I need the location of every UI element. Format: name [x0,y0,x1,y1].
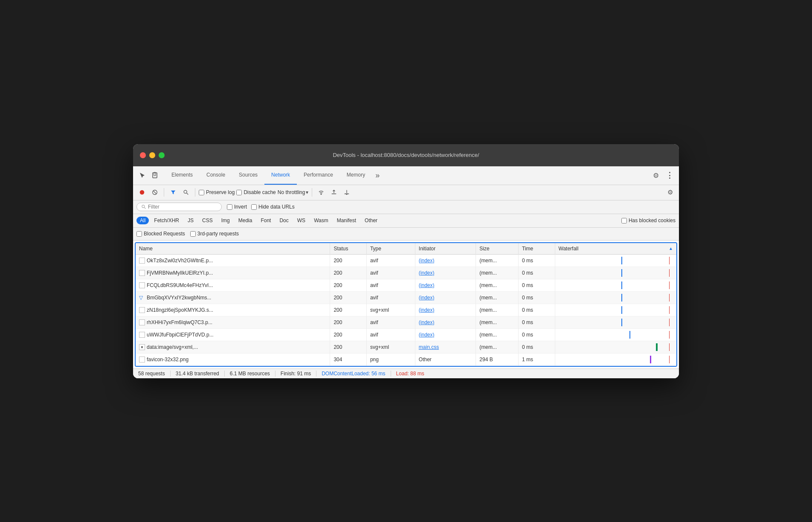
cell-initiator[interactable]: (index) [415,267,476,279]
table-header-row: Name Status Type Initiator Size Time Wat… [136,243,676,255]
type-btn-doc[interactable]: Doc [276,217,292,224]
table-row[interactable]: uWWJfuFbpiClEFjPTdVD.p... 200 avif (inde… [136,328,676,341]
cell-name[interactable]: favicon-32x32.png [136,353,330,365]
cell-name[interactable]: ▽BmGbqXVYxIY2kwgbNms... [136,291,330,304]
type-btn-img[interactable]: Img [218,217,233,224]
cell-waterfall [555,279,676,291]
filter-icon[interactable] [168,187,179,198]
cell-type: svg+xml [366,304,415,316]
cell-size: (mem... [476,254,519,267]
hide-data-urls-checkbox[interactable]: Hide data URLs [251,204,295,210]
upload-icon[interactable] [328,187,339,198]
filter-input[interactable] [148,204,217,210]
window-title: DevTools - localhost:8080/docs/devtools/… [333,152,479,158]
maximize-button[interactable] [159,152,165,158]
cell-type: avif [366,291,415,304]
cell-name[interactable]: uWWJfuFbpiClEFjPTdVD.p... [136,328,330,341]
extra-filter-row: Blocked Requests 3rd-party requests [133,228,679,241]
cell-waterfall [555,304,676,316]
cell-size: (mem... [476,267,519,279]
search-icon[interactable] [180,187,191,198]
tab-memory[interactable]: Memory [340,166,372,185]
cursor-icon[interactable] [136,169,148,181]
type-btn-manifest[interactable]: Manifest [334,217,360,224]
cell-initiator[interactable]: (index) [415,291,476,304]
gear-icon[interactable]: ⚙ [664,187,676,198]
cell-initiator[interactable]: Other [415,353,476,365]
cell-time: 0 ms [519,254,555,267]
cell-name[interactable]: ▼data:image/svg+xml,... [136,341,330,353]
type-btn-ws[interactable]: WS [294,217,309,224]
type-btn-wasm[interactable]: Wasm [310,217,332,224]
cell-time: 0 ms [519,279,555,291]
cell-time: 0 ms [519,316,555,328]
settings-icon[interactable]: ⚙ [650,169,662,181]
cell-name[interactable]: FCQLdbRS9UMc4eFHzYvI... [136,279,330,291]
cell-initiator[interactable]: main.css [415,341,476,353]
col-header-initiator[interactable]: Initiator [415,243,476,255]
table-row[interactable]: FCQLdbRS9UMc4eFHzYvI... 200 avif (index)… [136,279,676,291]
cell-size: (mem... [476,291,519,304]
clear-button[interactable] [149,187,160,198]
tab-performance[interactable]: Performance [297,166,340,185]
minimize-button[interactable] [149,152,155,158]
disable-cache-checkbox[interactable]: Disable cache [236,189,276,195]
type-btn-other[interactable]: Other [361,217,381,224]
type-btn-all[interactable]: All [136,217,149,224]
svg-point-7 [142,205,145,208]
col-header-name[interactable]: Name [136,243,330,255]
cell-name[interactable]: FjVMRBNwMyIlkUElRzYI.p... [136,267,330,279]
table-row[interactable]: rhXHHi7yxFm6IqiwQ7C3.p... 200 avif (inde… [136,316,676,328]
cell-type: avif [366,267,415,279]
cell-initiator[interactable]: (index) [415,328,476,341]
type-btn-fetch-xhr[interactable]: Fetch/XHR [151,217,183,224]
table-row[interactable]: FjVMRBNwMyIlkUElRzYI.p... 200 avif (inde… [136,267,676,279]
cell-initiator[interactable]: (index) [415,316,476,328]
tab-network[interactable]: Network [264,166,297,185]
col-header-time[interactable]: Time [519,243,555,255]
cell-type: svg+xml [366,341,415,353]
device-icon[interactable] [149,169,161,181]
cell-initiator[interactable]: (index) [415,279,476,291]
network-table: Name Status Type Initiator Size Time Wat… [136,243,676,366]
has-blocked-cookies-checkbox[interactable]: Has blocked cookies [621,218,676,223]
tab-console[interactable]: Console [200,166,232,185]
cell-status: 200 [330,291,366,304]
table-row[interactable]: ▽BmGbqXVYxIY2kwgbNms... 200 avif (index)… [136,291,676,304]
dom-content-loaded: DOMContentLoaded: 56 ms [316,371,391,377]
cell-initiator[interactable]: (index) [415,304,476,316]
download-icon[interactable] [341,187,352,198]
col-header-size[interactable]: Size [476,243,519,255]
type-btn-media[interactable]: Media [235,217,256,224]
cell-time: 0 ms [519,341,555,353]
preserve-log-checkbox[interactable]: Preserve log [199,189,235,195]
type-filter-row: All Fetch/XHR JS CSS Img Media Font Doc … [133,214,679,228]
col-header-type[interactable]: Type [366,243,415,255]
blocked-requests-checkbox[interactable]: Blocked Requests [136,231,185,237]
kebab-menu-icon[interactable]: ⋮ [664,169,676,181]
cell-name[interactable]: OkTz8xZwi0zVh2GWltnE.p... [136,254,330,267]
table-row[interactable]: OkTz8xZwi0zVh2GWltnE.p... 200 avif (inde… [136,254,676,267]
more-tabs-button[interactable]: » [372,171,383,180]
type-btn-js[interactable]: JS [184,217,197,224]
status-bar: 58 requests 31.4 kB transferred 6.1 MB r… [133,368,679,378]
cell-name[interactable]: rhXHHi7yxFm6IqiwQ7C3.p... [136,316,330,328]
throttle-control[interactable]: No throttling ▾ [278,189,309,195]
tab-sources[interactable]: Sources [232,166,264,185]
col-header-waterfall[interactable]: Waterfall ▲ [555,243,676,255]
record-button[interactable] [136,187,148,198]
filter-input-wrap[interactable] [136,203,222,211]
cell-name[interactable]: zN18ngzl6ejSpoKMYKJG.s... [136,304,330,316]
third-party-requests-checkbox[interactable]: 3rd-party requests [190,231,239,237]
invert-checkbox[interactable]: Invert [227,204,247,210]
cell-initiator[interactable]: (index) [415,254,476,267]
type-btn-css[interactable]: CSS [199,217,216,224]
col-header-status[interactable]: Status [330,243,366,255]
wifi-icon[interactable] [316,187,327,198]
table-row[interactable]: ▼data:image/svg+xml,... 200 svg+xml main… [136,341,676,353]
close-button[interactable] [140,152,146,158]
type-btn-font[interactable]: Font [257,217,274,224]
table-row[interactable]: favicon-32x32.png 304 png Other 294 B 1 … [136,353,676,365]
tab-elements[interactable]: Elements [165,166,200,185]
table-row[interactable]: zN18ngzl6ejSpoKMYKJG.s... 200 svg+xml (i… [136,304,676,316]
